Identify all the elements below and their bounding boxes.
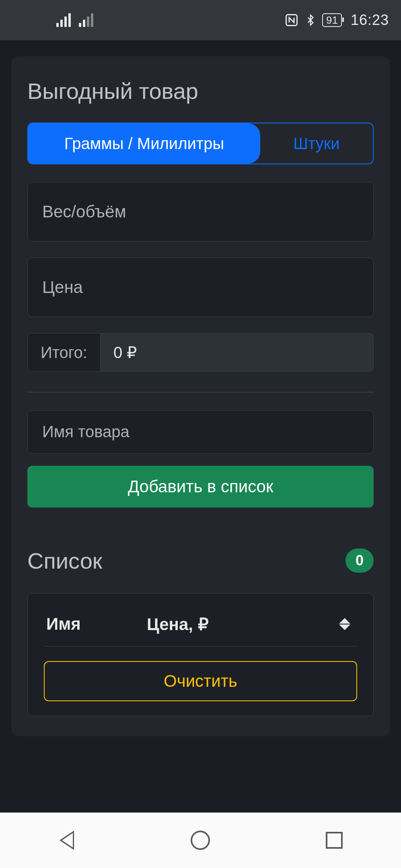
status-time: 16:23 bbox=[351, 12, 389, 29]
table-header-row: Имя Цена, ₽ bbox=[44, 608, 357, 647]
nfc-icon bbox=[284, 13, 299, 27]
total-label: Итого: bbox=[28, 334, 101, 371]
weight-volume-input[interactable] bbox=[27, 182, 374, 242]
list-box: Имя Цена, ₽ Очистить bbox=[27, 593, 374, 716]
main-card: Выгодный товар Граммы / Милилитры Штуки … bbox=[11, 56, 390, 736]
signal-sim1-icon bbox=[56, 13, 71, 27]
nav-back-button[interactable] bbox=[56, 829, 78, 852]
content-area: Выгодный товар Граммы / Милилитры Штуки … bbox=[0, 40, 401, 736]
status-right: 91 16:23 bbox=[284, 12, 389, 29]
segment-grams-ml[interactable]: Граммы / Милилитры bbox=[28, 123, 260, 164]
total-value: 0 ₽ bbox=[101, 334, 373, 371]
total-row: Итого: 0 ₽ bbox=[27, 333, 374, 372]
list-count-badge: 0 bbox=[345, 549, 374, 573]
nav-recent-button[interactable] bbox=[323, 829, 345, 852]
add-to-list-button[interactable]: Добавить в список bbox=[27, 466, 374, 508]
status-left bbox=[56, 13, 93, 27]
battery-text: 91 bbox=[326, 15, 338, 25]
segment-pieces[interactable]: Штуки bbox=[260, 123, 373, 164]
list-title: Список bbox=[27, 548, 102, 574]
home-circle-icon bbox=[191, 831, 210, 850]
recent-square-icon bbox=[326, 832, 343, 849]
battery-icon: 91 bbox=[322, 13, 342, 27]
divider bbox=[27, 392, 374, 393]
product-name-input[interactable] bbox=[27, 410, 374, 454]
clear-list-button[interactable]: Очистить bbox=[44, 661, 357, 701]
page-title: Выгодный товар bbox=[27, 78, 374, 104]
list-header: Список 0 bbox=[27, 548, 374, 574]
system-nav-bar bbox=[0, 813, 401, 868]
nav-home-button[interactable] bbox=[189, 829, 212, 852]
column-name-header: Имя bbox=[46, 614, 147, 634]
signal-sim2-icon bbox=[79, 13, 93, 27]
unit-segmented-control: Граммы / Милилитры Штуки bbox=[27, 123, 374, 164]
status-bar: 91 16:23 bbox=[0, 0, 401, 40]
bluetooth-icon bbox=[304, 13, 317, 27]
column-price-header: Цена, ₽ bbox=[147, 614, 335, 634]
price-input[interactable] bbox=[27, 258, 374, 317]
sort-toggle-icon[interactable] bbox=[335, 618, 355, 630]
back-triangle-icon bbox=[60, 831, 74, 850]
